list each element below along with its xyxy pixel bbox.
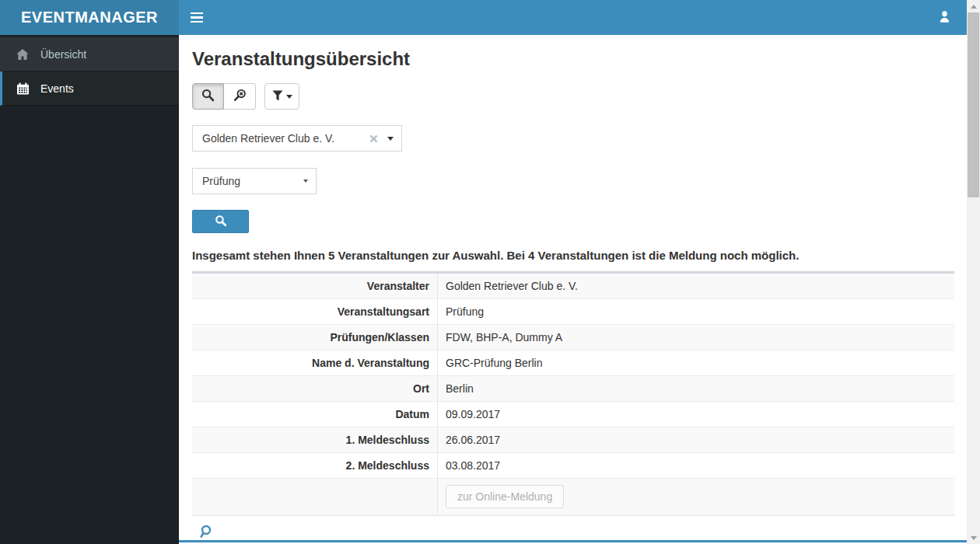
- sidebar: Übersicht Events: [0, 35, 179, 544]
- row-value: 03.08.2017: [438, 453, 955, 479]
- row-label-empty: [192, 479, 438, 515]
- user-icon: [938, 10, 951, 26]
- row-label: Prüfungen/Klassen: [192, 325, 438, 350]
- clear-search-button[interactable]: [224, 83, 256, 110]
- row-label: Name d. Veranstaltung: [192, 350, 438, 376]
- sidebar-item-label: Übersicht: [40, 48, 86, 61]
- row-value: 09.09.2017: [438, 402, 955, 427]
- online-meldung-button[interactable]: zur Online-Meldung: [446, 485, 564, 508]
- scroll-down-button[interactable]: [967, 532, 980, 544]
- event-type-select-value: Prüfung: [202, 175, 303, 187]
- user-menu-button[interactable]: [928, 0, 961, 35]
- sidebar-item-label: Events: [40, 82, 74, 95]
- results-summary: Insgesamt stehen Ihnen 5 Veranstaltungen…: [192, 249, 954, 262]
- search-button-group: [192, 83, 256, 110]
- triangle-down-icon: [971, 536, 977, 540]
- row-value: 26.06.2017: [438, 427, 955, 453]
- table-row: OrtBerlin: [192, 376, 954, 402]
- chevron-down-icon: [286, 95, 292, 99]
- brand-logo[interactable]: EVENTMANAGER: [0, 0, 179, 35]
- show-search-button[interactable]: [192, 83, 224, 110]
- row-label: Datum: [192, 402, 438, 427]
- event-box: VeranstalterGolden Retriever Club e. V.V…: [192, 271, 954, 515]
- row-label: 1. Meldeschluss: [192, 427, 438, 453]
- scrollbar-thumb[interactable]: [968, 12, 979, 197]
- search-toolbar: [192, 83, 954, 110]
- table-row: 2. Meldeschluss03.08.2017: [192, 453, 954, 479]
- sidebar-toggle-button[interactable]: [179, 0, 215, 35]
- row-label: Veranstalter: [192, 274, 438, 299]
- table-row: VeranstaltungsartPrüfung: [192, 299, 954, 325]
- row-value: GRC-Prüfung Berlin: [438, 350, 955, 376]
- row-action-cell: zur Online-Meldung: [438, 479, 955, 515]
- event-type-select[interactable]: Prüfung: [192, 168, 317, 194]
- hamburger-icon: [191, 12, 203, 15]
- sidebar-item-events[interactable]: Events: [0, 71, 179, 106]
- event-table-body: VeranstalterGolden Retriever Club e. V.V…: [192, 274, 954, 479]
- filter-icon: [272, 90, 283, 103]
- table-row: VeranstalterGolden Retriever Club e. V.: [192, 274, 954, 299]
- calendar-icon: [14, 82, 31, 95]
- row-label: Veranstaltungsart: [192, 299, 438, 325]
- organizer-select[interactable]: Golden Retriever Club e. V.: [192, 125, 402, 152]
- search-icon: [201, 89, 215, 104]
- main-content: Veranstaltungsübersicht Gol: [179, 35, 967, 544]
- home-icon: [14, 49, 31, 60]
- table-row: 1. Meldeschluss26.06.2017: [192, 427, 954, 453]
- search-icon: [215, 214, 227, 229]
- table-row: Datum09.09.2017: [192, 402, 954, 427]
- row-value: Berlin: [438, 376, 955, 402]
- sidebar-item-uebersicht[interactable]: Übersicht: [0, 37, 179, 71]
- table-row: Prüfungen/KlassenFDW, BHP-A, Dummy A: [192, 325, 954, 350]
- vertical-scrollbar[interactable]: [967, 0, 980, 544]
- table-row: Name d. VeranstaltungGRC-Prüfung Berlin: [192, 350, 954, 376]
- row-label: 2. Meldeschluss: [192, 453, 438, 479]
- filter-dropdown-button[interactable]: [264, 83, 299, 110]
- table-row-action: zur Online-Meldung: [192, 479, 954, 515]
- search-submit-button[interactable]: [192, 210, 249, 233]
- row-label: Ort: [192, 376, 438, 402]
- clear-selection-icon[interactable]: [369, 134, 378, 143]
- top-navbar: EVENTMANAGER: [0, 0, 967, 35]
- next-panel-top-border: [179, 540, 967, 542]
- row-value: Golden Retriever Club e. V.: [438, 274, 955, 299]
- search-clear-icon: [233, 89, 247, 104]
- event-table: VeranstalterGolden Retriever Club e. V.V…: [192, 274, 954, 515]
- row-value: Prüfung: [438, 299, 955, 325]
- row-value: FDW, BHP-A, Dummy A: [438, 325, 955, 350]
- chevron-down-icon: [303, 180, 308, 183]
- page-title: Veranstaltungsübersicht: [192, 48, 954, 70]
- triangle-up-icon: [971, 5, 977, 9]
- chevron-down-icon: [387, 137, 394, 141]
- organizer-select-value: Golden Retriever Club e. V.: [202, 132, 369, 145]
- event-box-footer: [192, 515, 954, 542]
- filter-button-group: [264, 83, 299, 110]
- scroll-up-button[interactable]: [967, 0, 980, 12]
